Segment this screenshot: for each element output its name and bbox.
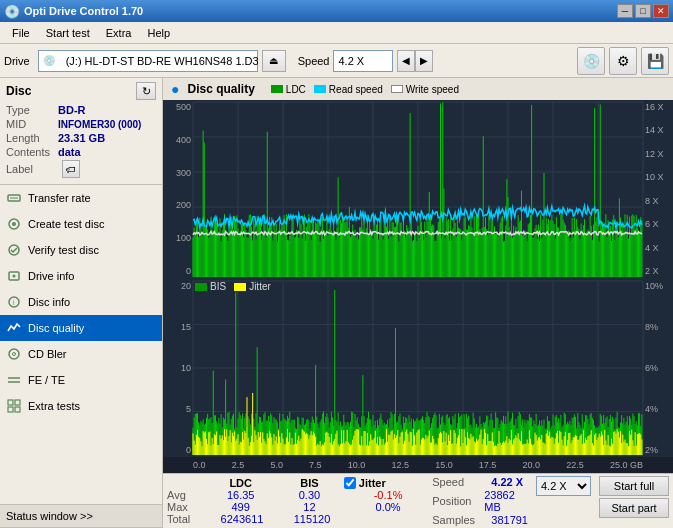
bis-legend: BIS (195, 281, 226, 292)
close-button[interactable]: ✕ (653, 4, 669, 18)
stats-panel: LDC BIS Jitter Avg 16.35 0.30 -0.1% Max (163, 473, 673, 528)
x-7.5: 7.5 (309, 460, 322, 470)
nav-fe-te-label: FE / TE (28, 374, 65, 386)
x-0: 0.0 (193, 460, 206, 470)
main-content: Disc ↻ Type BD-R MID INFOMER30 (000) Len… (0, 78, 673, 528)
max-jitter-value: 0.0% (344, 501, 432, 513)
charts-area: 500 400 300 200 100 0 16 X 14 X 12 X 10 … (163, 100, 673, 473)
ldc-header: LDC (206, 477, 275, 489)
menubar: File Start test Extra Help (0, 22, 673, 44)
position-row: Position 23862 MB (432, 489, 528, 513)
samples-row: Samples 381791 (432, 514, 528, 526)
disc-length-label: Length (6, 132, 58, 144)
nav-verify-test-disc-label: Verify test disc (28, 244, 99, 256)
ldc-legend-color (271, 85, 283, 93)
svg-rect-15 (8, 407, 13, 412)
stats-total-row: Total 6243611 115120 (167, 513, 432, 525)
lower-chart-canvas (163, 279, 673, 457)
menu-file[interactable]: File (4, 25, 38, 41)
transfer-rate-icon (6, 190, 22, 206)
avg-jitter-value: -0.1% (344, 489, 432, 501)
drive-label: Drive (4, 55, 30, 67)
avg-bis-value: 0.30 (275, 489, 344, 501)
maximize-button[interactable]: □ (635, 4, 651, 18)
disc-mid-row: MID INFOMER30 (000) (6, 118, 156, 130)
speed-up-button[interactable]: ▶ (415, 50, 433, 72)
start-part-button[interactable]: Start part (599, 498, 669, 518)
bis-legend-color (195, 283, 207, 291)
svg-rect-13 (8, 400, 13, 405)
x-20: 20.0 (523, 460, 541, 470)
speed-label: Speed (298, 55, 330, 67)
disc-type-value: BD-R (58, 104, 86, 116)
speed-row: Speed 4.22 X (432, 476, 528, 488)
ldc-legend-label: LDC (286, 84, 306, 95)
nav-disc-info[interactable]: i Disc info (0, 289, 162, 315)
eject-button[interactable]: ⏏ (262, 50, 286, 72)
nav-transfer-rate[interactable]: Transfer rate (0, 185, 162, 211)
disc-label-row: Label 🏷 (6, 160, 156, 178)
nav-extra-tests-label: Extra tests (28, 400, 80, 412)
settings-icon-button[interactable]: ⚙ (609, 47, 637, 75)
minimize-button[interactable]: ─ (617, 4, 633, 18)
speed-label: Speed (432, 476, 487, 488)
fe-te-icon (6, 372, 22, 388)
jitter-header-label: Jitter (359, 477, 386, 489)
x-12.5: 12.5 (391, 460, 409, 470)
stats-columns: LDC BIS Jitter Avg 16.35 0.30 -0.1% Max (167, 477, 432, 525)
disc-contents-value: data (58, 146, 81, 158)
disc-mid-value: INFOMER30 (000) (58, 119, 141, 130)
menu-extra[interactable]: Extra (98, 25, 140, 41)
speed-value: 4.2 X (338, 55, 364, 67)
disc-type-label: Type (6, 104, 58, 116)
total-bis-value: 115120 (277, 513, 347, 525)
jitter-legend-color (234, 283, 246, 291)
total-ldc-value: 6243611 (207, 513, 277, 525)
speed-select[interactable]: 4.2 X (536, 476, 591, 496)
nav-create-test-disc[interactable]: Create test disc (0, 211, 162, 237)
speed-select-section: 4.2 X (536, 476, 591, 496)
samples-value: 381791 (491, 514, 528, 526)
disc-refresh-button[interactable]: ↻ (136, 82, 156, 100)
nav-fe-te[interactable]: FE / TE (0, 367, 162, 393)
speed-position-section: Speed 4.22 X Position 23862 MB Samples 3… (432, 476, 528, 526)
upper-chart-canvas (163, 100, 673, 279)
nav-drive-info-label: Drive info (28, 270, 74, 282)
status-window-button[interactable]: Status window >> (0, 504, 162, 528)
right-panel: ● Disc quality LDC Read speed Write spee… (163, 78, 673, 528)
stats-headers: LDC BIS Jitter (167, 477, 432, 489)
x-axis: 0.0 2.5 5.0 7.5 10.0 12.5 15.0 17.5 20.0… (163, 457, 673, 473)
save-icon-button[interactable]: 💾 (641, 47, 669, 75)
nav-verify-test-disc[interactable]: Verify test disc (0, 237, 162, 263)
drive-select[interactable]: (J:) HL-DT-ST BD-RE WH16NS48 1.D3 (58, 50, 278, 72)
avg-label: Avg (167, 489, 206, 501)
nav-disc-quality[interactable]: Disc quality (0, 315, 162, 341)
jitter-checkbox[interactable] (344, 477, 356, 489)
disc-type-row: Type BD-R (6, 104, 156, 116)
lower-chart: BIS Jitter 20 15 10 5 0 (163, 279, 673, 457)
x-5: 5.0 (270, 460, 283, 470)
svg-rect-14 (15, 400, 20, 405)
app-icon: 💿 (4, 4, 20, 19)
nav-disc-quality-label: Disc quality (28, 322, 84, 334)
jitter-header: Jitter (344, 477, 432, 489)
disc-icon-button[interactable]: 💿 (577, 47, 605, 75)
svg-text:i: i (13, 299, 15, 306)
menu-help[interactable]: Help (139, 25, 178, 41)
svg-point-6 (13, 275, 16, 278)
start-full-button[interactable]: Start full (599, 476, 669, 496)
speed-down-button[interactable]: ◀ (397, 50, 415, 72)
nav-drive-info[interactable]: Drive info (0, 263, 162, 289)
nav-extra-tests[interactable]: Extra tests (0, 393, 162, 419)
chart-header: ● Disc quality LDC Read speed Write spee… (163, 78, 673, 100)
stats-right-section: Speed 4.22 X Position 23862 MB Samples 3… (432, 476, 669, 526)
speed-value: 4.22 X (491, 476, 523, 488)
disc-panel: Disc ↻ Type BD-R MID INFOMER30 (000) Len… (0, 78, 162, 185)
nav-cd-bler-label: CD Bler (28, 348, 67, 360)
x-17.5: 17.5 (479, 460, 497, 470)
disc-label-button[interactable]: 🏷 (62, 160, 80, 178)
speed-arrows: ◀ ▶ (397, 50, 433, 72)
extra-tests-icon (6, 398, 22, 414)
menu-start-test[interactable]: Start test (38, 25, 98, 41)
nav-cd-bler[interactable]: CD Bler (0, 341, 162, 367)
